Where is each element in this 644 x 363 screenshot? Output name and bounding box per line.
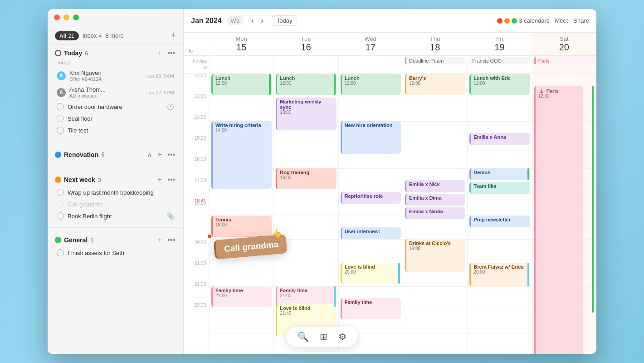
event-mon-tennis[interactable]: Tennis 18:00 bbox=[211, 216, 272, 236]
event-wed-reprioritise[interactable]: Reprioritise role bbox=[341, 192, 401, 204]
tab-inbox[interactable]: Inbox 4 bbox=[83, 32, 102, 39]
task-checkbox-7[interactable] bbox=[57, 249, 64, 256]
event-thu-emilianick[interactable]: Emilia x Nick bbox=[405, 180, 465, 192]
event-mon-hiring[interactable]: Write hiring criteria 14:00 bbox=[211, 121, 272, 189]
event-deadline[interactable]: Deadline: Team bbox=[405, 57, 465, 64]
allday-thu: Deadline: Team bbox=[403, 56, 467, 74]
task-tile-test[interactable]: Tile test bbox=[55, 124, 176, 136]
event-fri-teamfika[interactable]: Team fika bbox=[469, 182, 530, 194]
close-button[interactable] bbox=[54, 15, 60, 20]
prev-button[interactable]: ‹ bbox=[249, 16, 256, 26]
event-wed-loveiblind[interactable]: Love is blind 20:00 bbox=[341, 263, 401, 284]
section-renovation: Renovation 5 ∧ + ••• bbox=[48, 146, 183, 163]
next-week-add-button[interactable]: + bbox=[157, 176, 163, 184]
event-wed-family[interactable]: Family time bbox=[341, 298, 401, 319]
tab-all[interactable]: All 21 bbox=[55, 31, 79, 40]
task-finish-assets[interactable]: Finish assets for Seth bbox=[55, 247, 176, 259]
green-bar-fri bbox=[527, 168, 529, 180]
task-call-grandma[interactable]: Call grandma bbox=[55, 198, 176, 210]
task-berlin-flight[interactable]: Book Berlin flight 📎 bbox=[55, 210, 176, 222]
task-checkbox-4[interactable] bbox=[57, 189, 64, 196]
today-date-label: Today bbox=[55, 60, 176, 65]
task-kim-name: Kim Nguyen bbox=[69, 69, 142, 76]
event-wed-interview[interactable]: User interview: bbox=[341, 227, 401, 239]
layout-icon[interactable]: ⊞ bbox=[320, 331, 327, 342]
event-tue-lunch[interactable]: Lunch 12:00 bbox=[276, 74, 336, 95]
task-label-4: Wrap up last month bookkeeping bbox=[68, 189, 174, 196]
event-tue-dog[interactable]: Dog training 16:00 bbox=[276, 168, 336, 189]
hour-line bbox=[403, 145, 467, 145]
event-paris-allday[interactable]: Paris bbox=[534, 57, 595, 64]
calendar: Jan 2024 W3 ‹ › Today 3 calendars Meet S… bbox=[184, 9, 596, 354]
event-thu-drinks[interactable]: Drinks at Ciccio's 19:00 bbox=[405, 239, 465, 272]
hour-line bbox=[339, 286, 403, 287]
share-button[interactable]: Share bbox=[573, 17, 589, 24]
general-more-button[interactable]: ••• bbox=[166, 236, 176, 244]
renovation-more-button[interactable]: ••• bbox=[166, 151, 176, 159]
event-mon-family[interactable]: Family time 21:00 bbox=[211, 286, 272, 307]
hour-line bbox=[468, 145, 532, 145]
renovation-add-button[interactable]: + bbox=[157, 151, 163, 159]
fullscreen-button[interactable] bbox=[73, 15, 79, 20]
search-icon[interactable]: 🔍 bbox=[298, 331, 309, 342]
event-wed-lunch[interactable]: Lunch 12:00 bbox=[341, 74, 401, 95]
meet-button[interactable]: Meet bbox=[555, 17, 568, 24]
general-add-button[interactable]: + bbox=[157, 236, 163, 244]
time-slot-21: 21:00 bbox=[184, 259, 209, 283]
avatar-kim: K bbox=[57, 71, 66, 80]
task-checkbox-5[interactable] bbox=[57, 201, 64, 208]
task-checkbox-6[interactable] bbox=[57, 212, 64, 220]
event-fri-brent[interactable]: Brent Faiyaz w/ Erica 20:00 bbox=[469, 263, 530, 286]
event-mon-lunch[interactable]: Lunch 12:00 bbox=[211, 74, 272, 95]
renovation-title: Renovation 5 bbox=[64, 151, 104, 158]
event-francis[interactable]: Francis OOO bbox=[469, 57, 530, 64]
task-checkbox-2[interactable] bbox=[57, 115, 64, 122]
event-thu-emiliadima[interactable]: Emilia x Dima bbox=[405, 194, 465, 206]
task-checkbox-3[interactable] bbox=[57, 127, 64, 134]
task-aisha[interactable]: A Aisha Thom... AD invitation Jan 22, 5P… bbox=[55, 84, 176, 101]
today-add-button[interactable]: + bbox=[157, 49, 163, 57]
general-title: General 1 bbox=[64, 236, 93, 244]
event-fri-emiliaanna[interactable]: Emilia x Anna bbox=[469, 133, 530, 145]
task-seal-floor[interactable]: Seal floor bbox=[55, 113, 176, 124]
add-button[interactable]: + bbox=[171, 31, 176, 40]
time-slot-14: 14:00 bbox=[184, 113, 209, 137]
event-tue-marketing[interactable]: Marketing weekly sync 13:00 bbox=[276, 98, 336, 130]
hour-line bbox=[468, 98, 532, 98]
event-sat-paris[interactable]: 🗼 Paris 12:30 bbox=[534, 86, 583, 354]
day-tue: Lunch 12:00 Marketing weekly sync 13:00 … bbox=[273, 74, 338, 354]
bottom-toolbar: 🔍 ⊞ ⚙ bbox=[287, 327, 357, 347]
task-label-5: Call grandma bbox=[68, 201, 174, 208]
calendars-indicator[interactable]: 3 calendars bbox=[497, 17, 549, 24]
task-kim[interactable]: K Kim Nguyen Offer #240124 Jan 23, 9AM bbox=[55, 67, 176, 84]
green-bar-mon bbox=[269, 74, 271, 95]
next-week-more-button[interactable]: ••• bbox=[166, 176, 176, 184]
settings-icon[interactable]: ⚙ bbox=[338, 331, 346, 342]
event-wed-newhire[interactable]: New hire orientation bbox=[341, 121, 401, 154]
hour-line bbox=[210, 334, 273, 334]
event-fri-lunch[interactable]: Lunch with Eric 12:00 bbox=[469, 74, 530, 95]
minimize-button[interactable] bbox=[63, 15, 69, 20]
task-checkbox[interactable] bbox=[57, 103, 64, 110]
call-grandma-tooltip-container: Call grandma 👆 bbox=[214, 237, 287, 256]
next-button[interactable]: › bbox=[258, 16, 266, 26]
hour-line bbox=[274, 192, 338, 192]
task-kim-sub: Offer #240124 bbox=[69, 76, 142, 82]
event-thu-barrys[interactable]: Barry's 12:00 bbox=[405, 74, 465, 95]
tab-more[interactable]: 8 more bbox=[105, 32, 123, 39]
time-slot-13: 13:00 bbox=[184, 92, 209, 116]
event-fri-demos[interactable]: Demos bbox=[469, 168, 530, 180]
allday-sat: Paris bbox=[532, 56, 596, 74]
section-next-week: Next week 3 + ••• Wrap up last month boo… bbox=[48, 171, 183, 224]
today-icon bbox=[55, 50, 61, 56]
event-thu-emilianadia[interactable]: Emilia x Nadia bbox=[405, 207, 465, 219]
event-fri-newsletter[interactable]: Prep newsletter bbox=[469, 216, 530, 227]
task-order-door[interactable]: Order door hardware 🕐 bbox=[55, 101, 176, 113]
hour-line bbox=[468, 121, 532, 122]
day-fri: Lunch with Eric 12:00 Emilia x Anna Demo… bbox=[467, 74, 532, 354]
hour-line bbox=[403, 192, 467, 192]
task-bookkeeping[interactable]: Wrap up last month bookkeeping bbox=[55, 186, 176, 198]
renovation-collapse-button[interactable]: ∧ bbox=[146, 150, 153, 159]
today-more-button[interactable]: ••• bbox=[166, 49, 176, 57]
today-button[interactable]: Today bbox=[272, 15, 298, 26]
